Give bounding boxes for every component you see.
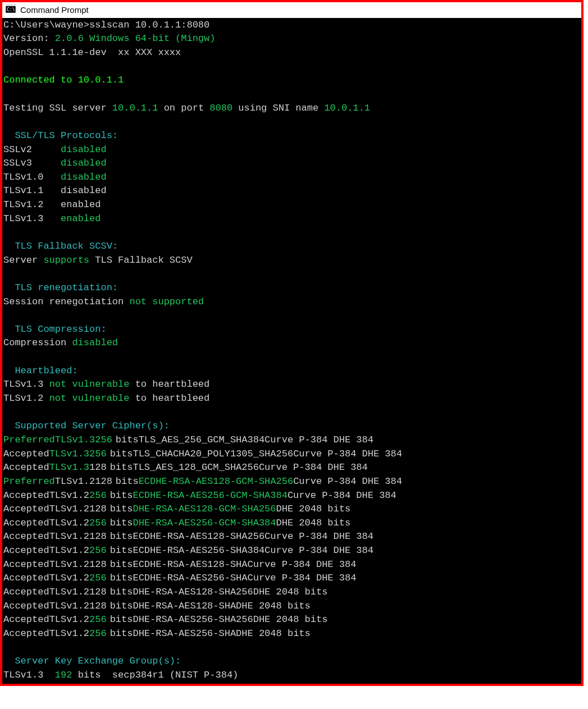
cipher-name: ECDHE-RSA-AES256-SHA384 [133, 545, 265, 556]
cipher-bits-label: bits [107, 449, 133, 459]
cipher-proto: TLSv1.2 [49, 504, 89, 514]
cipher-status: Accepted [3, 628, 49, 639]
cipher-proto: TLSv1.2 [49, 490, 89, 501]
version-value: 2.0.6 Windows 64-bit (Mingw) [55, 33, 216, 44]
cipher-name: ECDHE-RSA-AES128-GCM-SHA256 [139, 476, 293, 487]
cipher-name: ECDHE-RSA-AES128-SHA [133, 559, 247, 570]
fallback-post: TLS Fallback SCSV [89, 255, 193, 266]
cipher-bits-label: bits [107, 531, 133, 542]
terminal-output[interactable]: C:\Users\wayne>sslscan 10.0.1.1:8080Vers… [2, 19, 581, 684]
cipher-row: AcceptedTLSv1.2256bitsDHE-RSA-AES256-SHA… [3, 627, 581, 641]
section-kex: Server Key Exchange Group(s): [3, 655, 581, 669]
cipher-row: AcceptedTLSv1.2128bitsECDHE-RSA-AES128-S… [3, 558, 581, 572]
cmd-window: C:\ Command Prompt C:\Users\wayne>sslsca… [0, 0, 584, 686]
cipher-row: AcceptedTLSv1.3256bitsTLS_CHACHA20_POLY1… [3, 447, 581, 461]
cipher-bits: 128 [89, 601, 107, 611]
cipher-row: AcceptedTLSv1.3128bitsTLS_AES_128_GCM_SH… [3, 461, 581, 475]
cipher-status: Accepted [3, 545, 49, 556]
cipher-proto: TLSv1.2 [49, 559, 89, 570]
cipher-row: AcceptedTLSv1.2128bitsDHE-RSA-AES128-SHA… [3, 586, 581, 600]
protocol-status: disabled [61, 185, 107, 196]
cipher-row: AcceptedTLSv1.2128bitsDHE-RSA-AES128-SHA… [3, 600, 581, 614]
cipher-status: Accepted [3, 573, 49, 583]
protocol-name: TLSv1.1 [3, 185, 61, 196]
cipher-name: ECDHE-RSA-AES256-GCM-SHA384 [133, 490, 287, 501]
testing-port: 8080 [209, 103, 233, 113]
cipher-curve: DHE 2048 bits [276, 504, 351, 514]
cipher-curve: Curve P-384 DHE 384 [265, 434, 373, 445]
window-titlebar[interactable]: C:\ Command Prompt [2, 2, 581, 19]
cipher-status: Preferred [3, 476, 55, 487]
cipher-name: DHE-RSA-AES256-GCM-SHA384 [133, 518, 276, 528]
openssl-line: OpenSSL 1.1.1e-dev xx XXX xxxx [3, 46, 581, 60]
testing-text-2: on port [158, 103, 209, 113]
protocol-status: enabled [61, 213, 101, 224]
cipher-curve: DHE 2048 bits [253, 587, 328, 597]
cipher-curve: Curve P-384 DHE 384 [259, 462, 368, 473]
cipher-bits: 128 [89, 559, 107, 570]
prompt: C:\Users\wayne> [3, 20, 89, 30]
cipher-curve: DHE 2048 bits [276, 518, 351, 528]
comp-pre: Compression [3, 337, 72, 348]
command: sslscan 10.0.1.1:8080 [89, 20, 209, 30]
cipher-name: ECDHE-RSA-AES256-SHA [133, 573, 247, 583]
cipher-bits: 128 [95, 476, 112, 487]
cipher-status: Accepted [3, 518, 49, 528]
cipher-bits: 256 [89, 545, 107, 556]
heart-proto: TLSv1.3 [3, 379, 49, 390]
kex-bits-label: bits [72, 670, 112, 680]
testing-text-1: Testing SSL server [3, 103, 112, 113]
cipher-curve: DHE 2048 bits [236, 628, 311, 639]
window-title: Command Prompt [20, 4, 89, 16]
kex-name: secp384r1 (NIST P-384) [112, 670, 238, 680]
cipher-name: DHE-RSA-AES128-SHA [133, 601, 236, 611]
testing-sni: 10.0.1.1 [324, 103, 370, 113]
protocol-row: TLSv1.1 disabled [3, 184, 581, 198]
cipher-name: TLS_CHACHA20_POLY1305_SHA256 [133, 449, 293, 459]
testing-ip: 10.0.1.1 [112, 103, 158, 113]
cipher-status: Preferred [3, 434, 55, 445]
cipher-status: Accepted [3, 559, 49, 570]
cipher-row: AcceptedTLSv1.2256bitsDHE-RSA-AES256-SHA… [3, 613, 581, 627]
cipher-proto: TLSv1.2 [49, 628, 89, 639]
cipher-proto: TLSv1.2 [49, 587, 89, 597]
protocol-row: TLSv1.2 enabled [3, 198, 581, 212]
section-ciphers: Supported Server Cipher(s): [3, 419, 581, 433]
svg-text:C:\: C:\ [7, 7, 15, 12]
cipher-bits: 256 [89, 614, 107, 625]
cipher-proto: TLSv1.3 [49, 449, 89, 459]
cipher-name: DHE-RSA-AES128-SHA256 [133, 587, 253, 597]
cipher-proto: TLSv1.2 [49, 518, 89, 528]
cipher-status: Accepted [3, 587, 49, 597]
cipher-status: Accepted [3, 449, 49, 459]
cipher-status: Accepted [3, 614, 49, 625]
protocol-name: TLSv1.0 [3, 172, 61, 182]
cipher-status: Accepted [3, 490, 49, 501]
heartbleed-row: TLSv1.2 not vulnerable to heartbleed [3, 392, 581, 406]
heartbleed-row: TLSv1.3 not vulnerable to heartbleed [3, 378, 581, 392]
cipher-proto: TLSv1.2 [49, 531, 89, 542]
cipher-bits-label: bits [107, 545, 133, 556]
heart-word: not vulnerable [49, 393, 130, 404]
cipher-bits-label: bits [112, 434, 139, 445]
cipher-proto: TLSv1.2 [49, 601, 89, 611]
cipher-curve: Curve P-384 DHE 384 [293, 449, 402, 459]
section-heart: Heartbleed: [3, 364, 581, 378]
cipher-row: AcceptedTLSv1.2128bitsECDHE-RSA-AES128-S… [3, 530, 581, 544]
cipher-row: AcceptedTLSv1.2256bitsECDHE-RSA-AES256-S… [3, 571, 581, 586]
cipher-bits-label: bits [107, 504, 133, 514]
cipher-name: DHE-RSA-AES256-SHA [133, 628, 236, 639]
cipher-row: PreferredTLSv1.3256bitsTLS_AES_256_GCM_S… [3, 433, 581, 447]
section-reneg: TLS renegotiation: [3, 281, 581, 295]
cipher-proto: TLSv1.2 [49, 614, 89, 625]
cipher-proto: TLSv1.2 [49, 573, 89, 583]
protocol-name: SSLv3 [3, 158, 61, 168]
cipher-curve: Curve P-384 DHE 384 [265, 545, 373, 556]
cipher-row: AcceptedTLSv1.2256bitsECDHE-RSA-AES256-S… [3, 544, 581, 558]
protocol-status: disabled [61, 158, 107, 168]
cipher-curve: Curve P-384 DHE 384 [248, 573, 357, 583]
protocol-name: TLSv1.2 [3, 199, 61, 210]
cipher-proto: TLSv1.2 [49, 545, 89, 556]
protocol-status: disabled [61, 144, 107, 155]
cipher-curve: Curve P-384 DHE 384 [293, 476, 402, 487]
